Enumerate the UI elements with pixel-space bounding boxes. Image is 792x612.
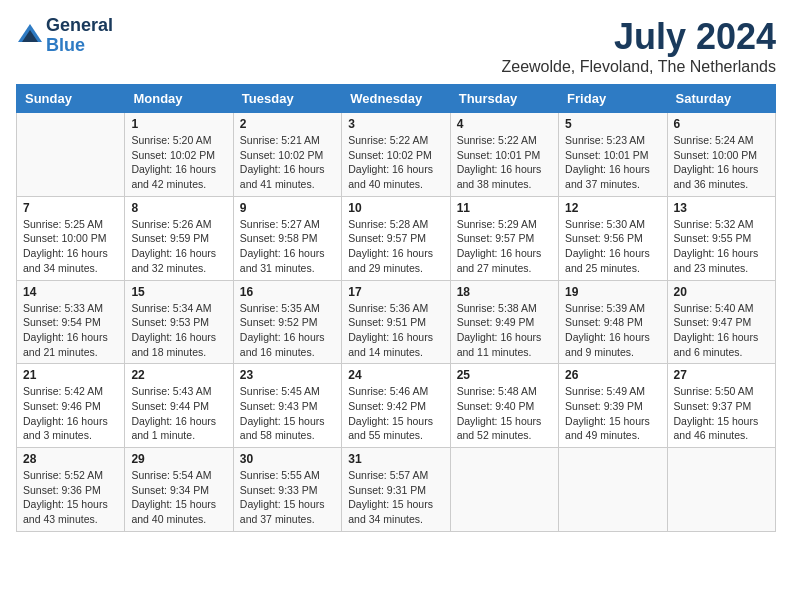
day-info: Sunrise: 5:43 AM Sunset: 9:44 PM Dayligh… — [131, 384, 226, 443]
weekday-header-row: SundayMondayTuesdayWednesdayThursdayFrid… — [17, 85, 776, 113]
calendar-cell — [559, 448, 667, 532]
day-info: Sunrise: 5:21 AM Sunset: 10:02 PM Daylig… — [240, 133, 335, 192]
day-info: Sunrise: 5:26 AM Sunset: 9:59 PM Dayligh… — [131, 217, 226, 276]
day-number: 13 — [674, 201, 769, 215]
calendar-cell: 23Sunrise: 5:45 AM Sunset: 9:43 PM Dayli… — [233, 364, 341, 448]
calendar-table: SundayMondayTuesdayWednesdayThursdayFrid… — [16, 84, 776, 532]
calendar-cell: 6Sunrise: 5:24 AM Sunset: 10:00 PM Dayli… — [667, 113, 775, 197]
calendar-cell — [17, 113, 125, 197]
weekday-header: Monday — [125, 85, 233, 113]
day-info: Sunrise: 5:24 AM Sunset: 10:00 PM Daylig… — [674, 133, 769, 192]
day-number: 17 — [348, 285, 443, 299]
day-number: 20 — [674, 285, 769, 299]
calendar-cell: 16Sunrise: 5:35 AM Sunset: 9:52 PM Dayli… — [233, 280, 341, 364]
calendar-cell: 17Sunrise: 5:36 AM Sunset: 9:51 PM Dayli… — [342, 280, 450, 364]
calendar-cell: 29Sunrise: 5:54 AM Sunset: 9:34 PM Dayli… — [125, 448, 233, 532]
day-number: 12 — [565, 201, 660, 215]
day-number: 14 — [23, 285, 118, 299]
weekday-header: Saturday — [667, 85, 775, 113]
day-info: Sunrise: 5:34 AM Sunset: 9:53 PM Dayligh… — [131, 301, 226, 360]
day-info: Sunrise: 5:33 AM Sunset: 9:54 PM Dayligh… — [23, 301, 118, 360]
page-header: General Blue July 2024 Zeewolde, Flevola… — [16, 16, 776, 76]
weekday-header: Wednesday — [342, 85, 450, 113]
day-info: Sunrise: 5:52 AM Sunset: 9:36 PM Dayligh… — [23, 468, 118, 527]
day-info: Sunrise: 5:40 AM Sunset: 9:47 PM Dayligh… — [674, 301, 769, 360]
day-number: 2 — [240, 117, 335, 131]
day-number: 25 — [457, 368, 552, 382]
calendar-cell: 4Sunrise: 5:22 AM Sunset: 10:01 PM Dayli… — [450, 113, 558, 197]
day-info: Sunrise: 5:54 AM Sunset: 9:34 PM Dayligh… — [131, 468, 226, 527]
day-number: 19 — [565, 285, 660, 299]
day-number: 6 — [674, 117, 769, 131]
weekday-header: Sunday — [17, 85, 125, 113]
calendar-cell: 1Sunrise: 5:20 AM Sunset: 10:02 PM Dayli… — [125, 113, 233, 197]
day-number: 28 — [23, 452, 118, 466]
day-number: 7 — [23, 201, 118, 215]
calendar-cell: 12Sunrise: 5:30 AM Sunset: 9:56 PM Dayli… — [559, 196, 667, 280]
calendar-cell: 15Sunrise: 5:34 AM Sunset: 9:53 PM Dayli… — [125, 280, 233, 364]
day-number: 24 — [348, 368, 443, 382]
calendar-cell: 11Sunrise: 5:29 AM Sunset: 9:57 PM Dayli… — [450, 196, 558, 280]
day-number: 10 — [348, 201, 443, 215]
calendar-cell: 3Sunrise: 5:22 AM Sunset: 10:02 PM Dayli… — [342, 113, 450, 197]
day-number: 16 — [240, 285, 335, 299]
day-number: 9 — [240, 201, 335, 215]
day-number: 3 — [348, 117, 443, 131]
calendar-cell: 25Sunrise: 5:48 AM Sunset: 9:40 PM Dayli… — [450, 364, 558, 448]
day-number: 21 — [23, 368, 118, 382]
calendar-cell: 21Sunrise: 5:42 AM Sunset: 9:46 PM Dayli… — [17, 364, 125, 448]
logo-blue-text: Blue — [46, 36, 113, 56]
calendar-cell: 8Sunrise: 5:26 AM Sunset: 9:59 PM Daylig… — [125, 196, 233, 280]
calendar-week-row: 14Sunrise: 5:33 AM Sunset: 9:54 PM Dayli… — [17, 280, 776, 364]
day-info: Sunrise: 5:22 AM Sunset: 10:02 PM Daylig… — [348, 133, 443, 192]
calendar-cell: 18Sunrise: 5:38 AM Sunset: 9:49 PM Dayli… — [450, 280, 558, 364]
day-number: 18 — [457, 285, 552, 299]
calendar-cell: 19Sunrise: 5:39 AM Sunset: 9:48 PM Dayli… — [559, 280, 667, 364]
calendar-cell: 13Sunrise: 5:32 AM Sunset: 9:55 PM Dayli… — [667, 196, 775, 280]
day-info: Sunrise: 5:30 AM Sunset: 9:56 PM Dayligh… — [565, 217, 660, 276]
calendar-cell — [450, 448, 558, 532]
day-number: 11 — [457, 201, 552, 215]
weekday-header: Thursday — [450, 85, 558, 113]
day-info: Sunrise: 5:25 AM Sunset: 10:00 PM Daylig… — [23, 217, 118, 276]
logo-icon — [16, 22, 44, 50]
location-title: Zeewolde, Flevoland, The Netherlands — [501, 58, 776, 76]
calendar-cell: 2Sunrise: 5:21 AM Sunset: 10:02 PM Dayli… — [233, 113, 341, 197]
day-info: Sunrise: 5:38 AM Sunset: 9:49 PM Dayligh… — [457, 301, 552, 360]
calendar-cell: 30Sunrise: 5:55 AM Sunset: 9:33 PM Dayli… — [233, 448, 341, 532]
calendar-week-row: 1Sunrise: 5:20 AM Sunset: 10:02 PM Dayli… — [17, 113, 776, 197]
day-number: 4 — [457, 117, 552, 131]
calendar-cell: 26Sunrise: 5:49 AM Sunset: 9:39 PM Dayli… — [559, 364, 667, 448]
weekday-header: Tuesday — [233, 85, 341, 113]
calendar-cell: 24Sunrise: 5:46 AM Sunset: 9:42 PM Dayli… — [342, 364, 450, 448]
day-info: Sunrise: 5:49 AM Sunset: 9:39 PM Dayligh… — [565, 384, 660, 443]
day-info: Sunrise: 5:48 AM Sunset: 9:40 PM Dayligh… — [457, 384, 552, 443]
calendar-week-row: 21Sunrise: 5:42 AM Sunset: 9:46 PM Dayli… — [17, 364, 776, 448]
day-info: Sunrise: 5:20 AM Sunset: 10:02 PM Daylig… — [131, 133, 226, 192]
day-number: 27 — [674, 368, 769, 382]
day-number: 30 — [240, 452, 335, 466]
title-area: July 2024 Zeewolde, Flevoland, The Nethe… — [501, 16, 776, 76]
day-number: 31 — [348, 452, 443, 466]
logo: General Blue — [16, 16, 113, 56]
day-number: 26 — [565, 368, 660, 382]
day-number: 29 — [131, 452, 226, 466]
logo-general-text: General — [46, 16, 113, 36]
day-number: 5 — [565, 117, 660, 131]
logo-text: General Blue — [46, 16, 113, 56]
weekday-header: Friday — [559, 85, 667, 113]
day-number: 15 — [131, 285, 226, 299]
calendar-cell: 20Sunrise: 5:40 AM Sunset: 9:47 PM Dayli… — [667, 280, 775, 364]
day-info: Sunrise: 5:57 AM Sunset: 9:31 PM Dayligh… — [348, 468, 443, 527]
day-info: Sunrise: 5:22 AM Sunset: 10:01 PM Daylig… — [457, 133, 552, 192]
calendar-cell: 5Sunrise: 5:23 AM Sunset: 10:01 PM Dayli… — [559, 113, 667, 197]
calendar-cell: 10Sunrise: 5:28 AM Sunset: 9:57 PM Dayli… — [342, 196, 450, 280]
calendar-cell: 27Sunrise: 5:50 AM Sunset: 9:37 PM Dayli… — [667, 364, 775, 448]
day-info: Sunrise: 5:39 AM Sunset: 9:48 PM Dayligh… — [565, 301, 660, 360]
calendar-cell: 14Sunrise: 5:33 AM Sunset: 9:54 PM Dayli… — [17, 280, 125, 364]
day-number: 1 — [131, 117, 226, 131]
calendar-cell: 22Sunrise: 5:43 AM Sunset: 9:44 PM Dayli… — [125, 364, 233, 448]
month-title: July 2024 — [501, 16, 776, 58]
day-info: Sunrise: 5:35 AM Sunset: 9:52 PM Dayligh… — [240, 301, 335, 360]
day-info: Sunrise: 5:32 AM Sunset: 9:55 PM Dayligh… — [674, 217, 769, 276]
